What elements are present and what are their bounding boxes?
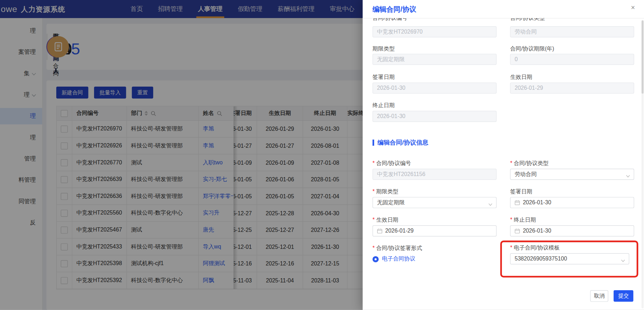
calendar-icon (515, 200, 520, 205)
select-value: 劳动合同 (515, 171, 537, 178)
ro-contract-no-label: 合同/协议编号 (372, 18, 407, 22)
ro-term-type-input: 无固定期限 (372, 54, 497, 65)
drawer-header: 编辑合同/协议 × (362, 0, 644, 18)
edit-sign-date-label: 签署日期 (510, 188, 532, 195)
submit-button[interactable]: 提交 (614, 290, 633, 302)
drawer-body: 合同/协议编号 合同/协议类型 中竞发HT2026970 劳动合同 期限类型 合… (362, 18, 644, 310)
edit-contract-drawer: 编辑合同/协议 × 合同/协议编号 合同/协议类型 中竞发HT2026970 劳… (362, 0, 644, 310)
date-value: 2026-01-30 (523, 199, 551, 205)
edit-term-type-select[interactable]: 无固定期限 (372, 197, 497, 208)
scrollbar-thumb[interactable] (642, 21, 644, 94)
ro-term-type-label: 期限类型 (372, 45, 395, 53)
calendar-icon (515, 228, 520, 234)
chevron-down-icon (626, 173, 630, 179)
date-value: 2026-01-29 (385, 228, 413, 234)
edit-contract-type-label: 合同/协议类型 (510, 160, 549, 167)
edit-effective-date-label: 生效日期 (372, 216, 398, 224)
ro-end-date-input: 2026-01-30 (372, 111, 497, 122)
date-value: 2026-01-30 (523, 228, 551, 234)
select-value: 53820269059375100 (515, 256, 567, 262)
ro-contract-no-input: 中竞发HT2026970 (372, 26, 497, 37)
radio-label: 电子合同协议 (382, 255, 415, 263)
edit-end-date-label: 终止日期 (510, 216, 536, 224)
edit-end-date-picker[interactable]: 2026-01-30 (510, 226, 634, 236)
edit-sign-date-picker[interactable]: 2026-01-30 (510, 197, 634, 208)
section-title: 编辑合同/协议信息 (377, 139, 428, 147)
ro-effective-date-label: 生效日期 (510, 74, 532, 81)
edit-section-heading: 编辑合同/协议信息 (372, 139, 428, 147)
edit-effective-date-picker[interactable]: 2026-01-29 (372, 226, 497, 236)
edit-contract-no-input: 中竞发HT20261156 (372, 169, 497, 180)
ro-term-years-input: 0 (510, 54, 634, 65)
template-label: 电子合同/协议模板 (510, 244, 559, 252)
calendar-icon (377, 228, 382, 234)
ro-sign-date-input: 2026-01-30 (372, 82, 497, 93)
edit-contract-type-select[interactable]: 劳动合同 (510, 169, 634, 180)
ro-term-years-label: 合同/协议期限(年) (510, 45, 554, 53)
ro-end-date-label: 终止日期 (372, 102, 395, 109)
close-icon[interactable]: × (631, 4, 635, 11)
electronic-contract-radio[interactable]: 电子合同协议 (372, 255, 415, 263)
sign-form-label: 合同/协议签署形式 (372, 245, 422, 252)
edit-contract-no-label: 合同/协议编号 (372, 160, 411, 167)
chevron-down-icon (621, 257, 625, 263)
ro-sign-date-label: 签署日期 (372, 74, 395, 81)
ro-contract-type-input: 劳动合同 (510, 26, 634, 37)
chevron-down-icon (488, 201, 493, 207)
cancel-button[interactable]: 取消 (590, 290, 608, 302)
ro-effective-date-input: 2026-01-29 (510, 82, 634, 93)
drawer-title: 编辑合同/协议 (372, 5, 416, 14)
page: owe 人力资源系统 首页 招聘管理 人事管理 假勤管理 (0, 0, 644, 310)
ro-contract-type-label: 合同/协议类型 (510, 18, 545, 22)
section-bar (372, 140, 374, 146)
select-value: 无固定期限 (377, 199, 405, 206)
template-select[interactable]: 53820269059375100 (510, 253, 629, 264)
radio-selected-icon (372, 256, 378, 262)
drawer-scrollbar[interactable] (642, 20, 644, 308)
edit-term-type-label: 期限类型 (372, 188, 398, 195)
